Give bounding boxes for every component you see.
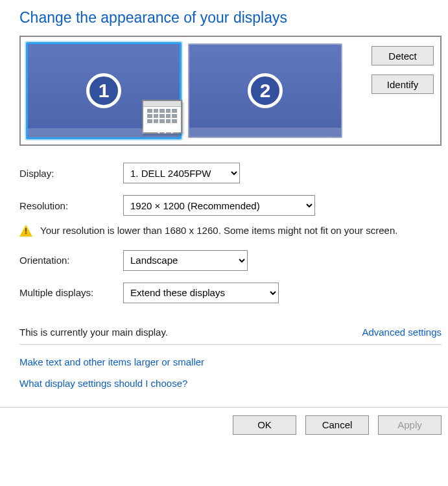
advanced-settings-link[interactable]: Advanced settings — [362, 327, 442, 338]
display-arrangement-box[interactable]: 1 • • • 2 Detect Identify — [19, 36, 442, 146]
apply-button[interactable]: Apply — [378, 415, 442, 435]
dialog-footer: OK Cancel Apply — [0, 407, 448, 443]
resolution-warning: Your resolution is lower than 1680 x 126… — [19, 224, 442, 238]
page-title: Change the appearance of your displays — [19, 9, 442, 27]
warning-text: Your resolution is lower than 1680 x 126… — [40, 224, 442, 238]
detect-button[interactable]: Detect — [371, 46, 434, 65]
monitor-1-taskbar: • • • — [28, 128, 180, 137]
display-label: Display: — [19, 168, 123, 179]
resolution-label: Resolution: — [19, 200, 123, 211]
orientation-label: Orientation: — [19, 255, 123, 266]
identify-button[interactable]: Identify — [371, 75, 434, 94]
monitor-2-number: 2 — [248, 73, 283, 108]
display-select[interactable]: 1. DELL 2405FPW — [123, 163, 240, 183]
monitor-2-taskbar — [189, 128, 341, 137]
warning-icon — [19, 225, 32, 237]
multiple-displays-label: Multiple displays: — [19, 287, 123, 298]
orientation-select[interactable]: Landscape — [123, 250, 248, 271]
help-link[interactable]: What display settings should I choose? — [19, 378, 442, 389]
multiple-displays-select[interactable]: Extend these displays — [123, 283, 279, 303]
main-display-text: This is currently your main display. — [19, 327, 168, 338]
cancel-button[interactable]: Cancel — [305, 415, 369, 435]
monitors-group: 1 • • • 2 — [26, 42, 342, 139]
monitor-2[interactable]: 2 — [188, 43, 342, 138]
monitor-1-number: 1 — [86, 73, 121, 108]
ok-button[interactable]: OK — [233, 415, 296, 435]
monitor-1[interactable]: 1 • • • — [26, 42, 182, 139]
settings-form: Display: 1. DELL 2405FPW Resolution: 192… — [19, 163, 442, 389]
resolution-select[interactable]: 1920 × 1200 (Recommended) — [123, 195, 315, 216]
text-size-link[interactable]: Make text and other items larger or smal… — [19, 356, 442, 367]
